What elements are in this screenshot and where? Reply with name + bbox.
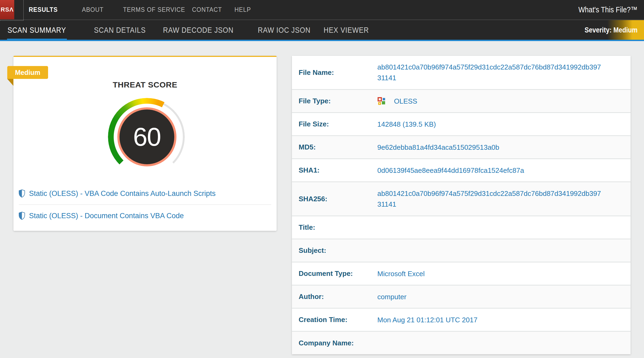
threat-score-card: Medium THREAT SCORE 60 Static (OLESS) - … <box>13 56 277 231</box>
row-label: File Name: <box>292 68 377 77</box>
row-label: SHA1: <box>292 166 377 174</box>
tab-bar: SCAN SUMMARY SCAN DETAILS RAW DECODE JSO… <box>0 20 644 41</box>
row-value: 9e62debba81a4fd34aca515029513a0b <box>377 142 631 153</box>
table-row-author: Author: computer <box>292 286 631 309</box>
table-row-file-size: File Size: 142848 (139.5 KB) <box>292 113 631 136</box>
threat-score-title: THREAT SCORE <box>13 80 277 89</box>
main-menu: RESULTS ABOUT TERMS OF SERVICE CONTACT H… <box>0 0 644 19</box>
threat-score-value: 60 <box>133 122 161 152</box>
row-value: OLESS <box>377 96 631 107</box>
finding-text: Static (OLESS) - Document Contains VBA C… <box>29 212 184 220</box>
table-row-file-name: File Name: ab801421c0a70b96f974a575f29d3… <box>292 56 631 90</box>
finding-row[interactable]: Static (OLESS) - Document Contains VBA C… <box>13 205 277 227</box>
tab-hex-viewer[interactable]: HEX VIEWER <box>324 25 369 35</box>
table-row-file-type: File Type: OLESS <box>292 90 631 113</box>
shield-icon <box>19 211 25 220</box>
row-label: Document Type: <box>292 269 377 278</box>
row-label: Subject: <box>292 246 377 255</box>
row-value: 0d06139f45ae8eea9f44dd16978fca1524efc87a <box>377 165 631 176</box>
severity-ribbon-fold <box>7 79 13 86</box>
nav-about[interactable]: ABOUT <box>82 6 104 13</box>
row-value: ab801421c0a70b96f974a575f29d31cdc22a587d… <box>377 188 631 210</box>
row-value: ab801421c0a70b96f974a575f29d31cdc22a587d… <box>377 62 631 83</box>
nav-help[interactable]: HELP <box>234 6 251 13</box>
table-row-company-name: Company Name: <box>292 332 631 354</box>
table-row-title: Title: <box>292 216 631 239</box>
content: Medium THREAT SCORE 60 Static (OLESS) - … <box>0 41 644 358</box>
row-value: 142848 (139.5 KB) <box>377 119 631 130</box>
row-label: Title: <box>292 223 377 232</box>
nav-terms-of-service[interactable]: TERMS OF SERVICE <box>123 6 185 13</box>
row-value: Mon Aug 21 01:12:01 UTC 2017 <box>377 315 631 325</box>
shield-icon <box>19 189 25 198</box>
top-nav: RSΛ RESULTS ABOUT TERMS OF SERVICE CONTA… <box>0 0 644 20</box>
row-label: Creation Time: <box>292 316 377 324</box>
row-label: File Type: <box>292 97 377 105</box>
product-title: What's This File?™ <box>578 5 638 14</box>
nav-contact[interactable]: CONTACT <box>192 6 222 13</box>
findings-list: Static (OLESS) - VBA Code Contains Auto-… <box>13 182 277 227</box>
file-info-table: File Name: ab801421c0a70b96f974a575f29d3… <box>292 56 631 354</box>
finding-row[interactable]: Static (OLESS) - VBA Code Contains Auto-… <box>13 182 277 204</box>
nav-results[interactable]: RESULTS <box>29 6 58 13</box>
row-value: Microsoft Excel <box>377 268 631 279</box>
finding-text: Static (OLESS) - VBA Code Contains Auto-… <box>29 189 216 198</box>
tab-scan-summary[interactable]: SCAN SUMMARY <box>8 25 66 35</box>
table-row-creation-time: Creation Time: Mon Aug 21 01:12:01 UTC 2… <box>292 309 631 332</box>
row-label: MD5: <box>292 143 377 151</box>
table-row-sha256: SHA256: ab801421c0a70b96f974a575f29d31cd… <box>292 182 631 216</box>
row-value: computer <box>377 291 631 302</box>
row-label: Company Name: <box>292 339 377 347</box>
threat-score-gauge: 60 <box>107 97 187 177</box>
tabs: SCAN SUMMARY SCAN DETAILS RAW DECODE JSO… <box>0 20 644 40</box>
tab-scan-details[interactable]: SCAN DETAILS <box>94 25 146 35</box>
threat-score-circle: 60 <box>117 107 176 166</box>
table-row-subject: Subject: <box>292 239 631 262</box>
severity-badge: Severity: Medium <box>585 26 638 34</box>
row-label: Author: <box>292 293 377 301</box>
office-file-icon <box>377 97 386 105</box>
table-row-sha1: SHA1: 0d06139f45ae8eea9f44dd16978fca1524… <box>292 159 631 182</box>
tab-raw-ioc-json[interactable]: RAW IOC JSON <box>258 25 310 35</box>
table-row-md5: MD5: 9e62debba81a4fd34aca515029513a0b <box>292 136 631 159</box>
severity-ribbon: Medium <box>7 66 48 79</box>
tab-raw-decode-json[interactable]: RAW DECODE JSON <box>163 25 234 35</box>
table-row-document-type: Document Type: Microsoft Excel <box>292 262 631 286</box>
row-label: SHA256: <box>292 195 377 203</box>
row-label: File Size: <box>292 120 377 128</box>
